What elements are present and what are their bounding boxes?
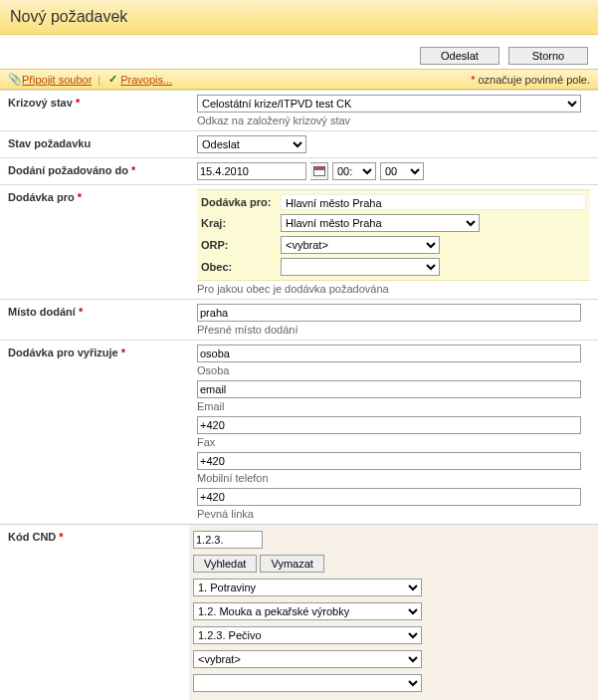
obec-sub-label: Obec: — [201, 261, 281, 273]
email-hint: Email — [197, 400, 590, 412]
due-date-input[interactable] — [197, 162, 306, 180]
cnd-select-2[interactable]: 1.2. Mouka a pekařské výrobky — [193, 602, 422, 620]
cnd-select-3[interactable]: 1.2.3. Pečivo — [193, 626, 422, 644]
cnd-code-input[interactable] — [193, 531, 263, 549]
handler-label: Dodávka pro vyřizuje * — [8, 345, 197, 358]
delfor-block: Dodávka pro: Hlavní město Praha Kraj: Hl… — [197, 189, 590, 281]
delfor-label: Dodávka pro * — [8, 189, 197, 203]
region-sub-label: Kraj: — [201, 217, 281, 229]
calendar-icon[interactable] — [310, 162, 328, 180]
cnd-select-4[interactable]: <vybrat> — [193, 650, 422, 668]
spellcheck-link[interactable]: Pravopis... — [120, 74, 172, 86]
place-input[interactable] — [197, 304, 581, 322]
row-status: Stav požadavku Odeslat — [0, 130, 598, 157]
status-select[interactable]: Odeslat — [197, 135, 306, 153]
toolbar: 📎 Připojit soubor | ✓ Pravopis... * ozna… — [0, 69, 598, 90]
form: Krizový stav * Celostátní krize/ITPVD te… — [0, 90, 598, 700]
orp-sub-label: ORP: — [201, 239, 281, 251]
due-hour-select[interactable]: 00: — [332, 162, 376, 180]
row-place: Místo dodání * Přesné místo dodání — [0, 299, 598, 340]
fax-hint: Fax — [197, 436, 590, 448]
due-min-select[interactable]: 00 — [380, 162, 424, 180]
cnd-label: Kód CND * — [0, 525, 189, 543]
paperclip-icon: 📎 — [8, 73, 20, 86]
mobile-input[interactable] — [197, 452, 581, 470]
check-icon: ✓ — [106, 73, 118, 86]
status-label: Stav požadavku — [8, 135, 197, 149]
title-bar: Nový požadavek — [0, 0, 598, 35]
row-delfor: Dodávka pro * Dodávka pro: Hlavní město … — [0, 184, 598, 299]
separator: | — [98, 74, 100, 86]
send-button[interactable]: Odeslat — [420, 47, 499, 65]
landline-input[interactable] — [197, 488, 581, 506]
row-handler: Dodávka pro vyřizuje * Osoba Email Fax M… — [0, 340, 598, 524]
obec-select[interactable] — [281, 258, 440, 276]
crisis-select[interactable]: Celostátní krize/ITPVD test CK — [197, 95, 581, 113]
row-crisis: Krizový stav * Celostátní krize/ITPVD te… — [0, 90, 598, 130]
cnd-select-5[interactable] — [193, 674, 422, 692]
row-cnd: Kód CND * Vyhledat Vymazat 1. Potraviny … — [0, 524, 598, 700]
crisis-label: Krizový stav * — [8, 95, 197, 109]
cnd-clear-button[interactable]: Vymazat — [260, 555, 323, 573]
landline-hint: Pevná linka — [197, 508, 590, 520]
attach-link[interactable]: Připojit soubor — [22, 74, 92, 86]
orp-select[interactable]: <vybrat> — [281, 236, 440, 254]
cnd-search-button[interactable]: Vyhledat — [193, 555, 257, 573]
fax-input[interactable] — [197, 416, 581, 434]
action-buttons: Odeslat Storno — [0, 35, 598, 69]
mobile-hint: Mobilní telefon — [197, 472, 590, 484]
page-title: Nový požadavek — [10, 8, 588, 26]
required-note: * označuje povinné pole. — [471, 74, 590, 86]
due-label: Dodání požadováno do * — [8, 162, 197, 176]
cancel-button[interactable]: Storno — [508, 47, 588, 65]
place-hint: Přesné místo dodání — [197, 324, 590, 336]
delfor-hint: Pro jakou obec je dodávka požadována — [197, 283, 590, 295]
crisis-hint: Odkaz na založený krizový stav — [197, 115, 590, 126]
place-label: Místo dodání * — [8, 304, 197, 318]
delfor-value: Hlavní město Praha — [281, 194, 586, 210]
region-select[interactable]: Hlavní město Praha — [281, 214, 480, 232]
cnd-select-1[interactable]: 1. Potraviny — [193, 579, 422, 596]
person-hint: Osoba — [197, 364, 590, 376]
row-due: Dodání požadováno do * 00: 00 — [0, 157, 598, 184]
email-input[interactable] — [197, 380, 581, 398]
person-input[interactable] — [197, 345, 581, 362]
delfor-sub-label: Dodávka pro: — [201, 196, 281, 208]
